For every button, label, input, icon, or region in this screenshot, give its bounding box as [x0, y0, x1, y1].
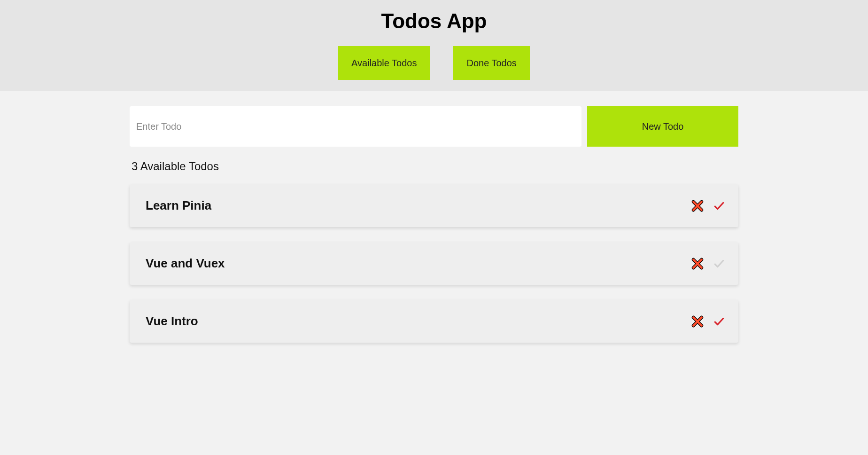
complete-button[interactable] [713, 315, 725, 328]
todo-card: Vue Intro [130, 300, 738, 343]
main-container: New Todo 3 Available Todos Learn Pinia V… [124, 91, 744, 343]
tabs: Available Todos Done Todos [0, 46, 868, 80]
tab-available-todos[interactable]: Available Todos [338, 46, 430, 80]
new-todo-button[interactable]: New Todo [587, 106, 738, 147]
delete-icon [690, 199, 705, 213]
complete-button[interactable] [713, 258, 725, 270]
delete-button[interactable] [690, 257, 705, 271]
header: Todos App Available Todos Done Todos [0, 0, 868, 91]
todo-actions [690, 199, 725, 213]
check-icon [713, 258, 725, 270]
todo-title: Vue Intro [146, 314, 198, 329]
check-icon [713, 200, 725, 212]
delete-button[interactable] [690, 314, 705, 329]
todo-actions [690, 257, 725, 271]
tab-done-todos[interactable]: Done Todos [453, 46, 529, 80]
delete-icon [690, 314, 705, 329]
todo-input[interactable] [130, 106, 581, 147]
check-icon [713, 315, 725, 328]
todo-title: Vue and Vuex [146, 256, 225, 271]
todo-card: Learn Pinia [130, 184, 738, 227]
todo-card: Vue and Vuex [130, 242, 738, 285]
delete-button[interactable] [690, 199, 705, 213]
app-title: Todos App [0, 9, 868, 33]
todo-actions [690, 314, 725, 329]
input-row: New Todo [130, 106, 738, 147]
delete-icon [690, 257, 705, 271]
todo-list: Learn Pinia Vue and Vuex Vue Intro [130, 184, 738, 343]
todo-title: Learn Pinia [146, 198, 211, 213]
available-count-label: 3 Available Todos [130, 160, 738, 173]
complete-button[interactable] [713, 200, 725, 212]
